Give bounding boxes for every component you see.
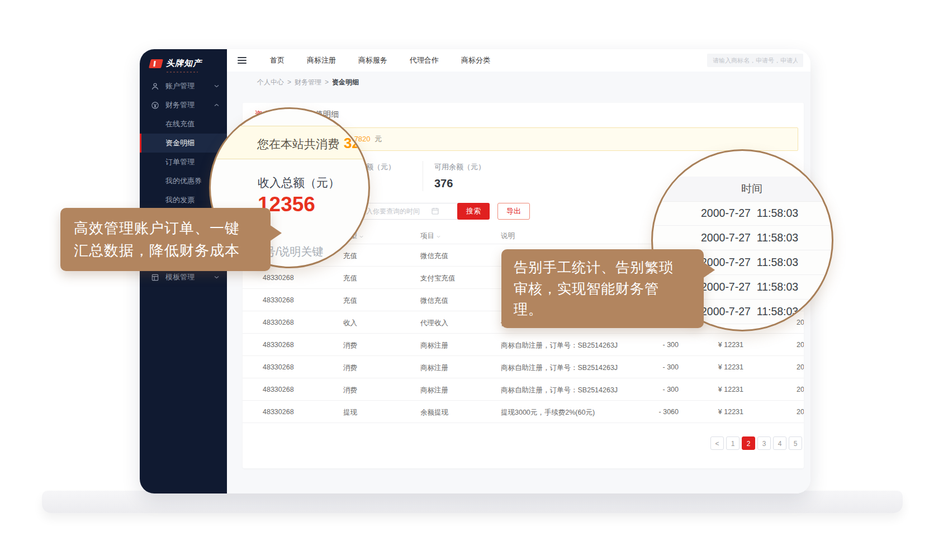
- pagination-page-4[interactable]: 4: [773, 436, 786, 450]
- nav-item-trademark-register[interactable]: 商标注册: [307, 55, 336, 65]
- sort-caret-icon: [437, 235, 440, 238]
- top-navbar: 首页 商标注册 商标服务 代理合作 商标分类: [227, 49, 810, 72]
- callout-left-text: 高效管理账户订单、一键汇总数据，降低财务成本: [74, 217, 248, 262]
- sidebar-item-label: 订单管理: [165, 158, 195, 166]
- chevron-down-icon: [214, 276, 219, 279]
- col-header-desc: 说明: [501, 231, 515, 241]
- table-row[interactable]: 48330268消费商标注册商标自助注册，订单号：SB2514263J- 300…: [243, 378, 804, 401]
- lens-banner-prefix: 您在本站共消费: [257, 137, 339, 150]
- nav-item-trademark-category[interactable]: 商标分类: [461, 55, 490, 65]
- sidebar-item-label: 我的优惠券: [165, 177, 202, 185]
- sidebar-item-label: 我的发票: [165, 196, 195, 204]
- sidebar-item-funds-detail[interactable]: 资金明细: [140, 134, 227, 153]
- pagination-page-3[interactable]: 3: [757, 436, 771, 450]
- col-header-project[interactable]: 项目: [420, 231, 440, 241]
- chevron-up-icon: [214, 103, 219, 107]
- pagination-page-5[interactable]: 5: [789, 436, 802, 450]
- trademark-search-input[interactable]: [707, 54, 803, 67]
- pagination-prev-button[interactable]: <: [710, 436, 724, 450]
- banner-amount: 7820: [354, 135, 371, 143]
- breadcrumb-current: 资金明细: [332, 78, 359, 86]
- sidebar: 头牌知产 账户管理 财务管理 在线充值 资金明细: [140, 49, 227, 493]
- table-row[interactable]: 48330268消费商标注册商标自助注册，订单号：SB2514263J- 300…: [243, 334, 804, 356]
- callout-left: 高效管理账户订单、一键汇总数据，降低财务成本: [60, 208, 271, 271]
- template-icon: [151, 273, 159, 282]
- export-button[interactable]: 导出: [497, 203, 530, 220]
- finance-icon: [151, 101, 159, 110]
- sidebar-item-finance[interactable]: 财务管理: [140, 96, 227, 115]
- nav-item-agent-cooperation[interactable]: 代理合作: [410, 55, 439, 65]
- sidebar-item-label: 资金明细: [165, 139, 195, 147]
- logo-icon: [149, 59, 163, 68]
- hamburger-menu-icon[interactable]: [238, 57, 247, 64]
- laptop-base: [42, 491, 903, 513]
- date-query-input[interactable]: [353, 203, 465, 220]
- sidebar-item-label: 在线充值: [165, 120, 195, 128]
- breadcrumb-level1[interactable]: 个人中心: [257, 78, 284, 86]
- chevron-down-icon: [214, 84, 219, 88]
- top-nav-menu: 首页 商标注册 商标服务 代理合作 商标分类: [270, 55, 490, 65]
- table-row[interactable]: 48330268消费商标注册商标自助注册，订单号：SB2514263J- 300…: [243, 356, 804, 378]
- lens-time-row: 2000-7-27 11:58:03: [653, 201, 832, 226]
- breadcrumb: 个人中心>财务管理>资金明细: [227, 72, 810, 93]
- sidebar-item-label: 模板管理: [165, 272, 195, 282]
- sidebar-item-label: 财务管理: [165, 100, 195, 110]
- sidebar-item-recharge[interactable]: 在线充值: [140, 115, 227, 134]
- sidebar-item-account[interactable]: 账户管理: [140, 77, 227, 96]
- sidebar-item-label: 账户管理: [165, 81, 195, 91]
- logo-subtext: [167, 72, 198, 73]
- search-button[interactable]: 搜索: [457, 203, 490, 220]
- lens-time-row: 2000-7-27 11:58:03: [653, 226, 832, 250]
- sort-caret-icon: [359, 235, 363, 238]
- calendar-icon[interactable]: [432, 207, 439, 215]
- breadcrumb-level2[interactable]: 财务管理: [295, 78, 321, 86]
- logo-text: 头牌知产: [166, 58, 202, 69]
- pagination-page-1[interactable]: 1: [726, 436, 740, 450]
- lens-banner-fragment: 您在本站共消费32124: [209, 126, 370, 159]
- page: 头牌知产 账户管理 财务管理 在线充值 资金明细: [0, 0, 948, 560]
- logo: 头牌知产: [140, 49, 227, 77]
- callout-right: 告别手工统计、告别繁琐审核，实现智能财务管理。: [501, 249, 704, 328]
- banner-unit: 元: [375, 135, 382, 143]
- pagination: < 1 2 3 4 5: [710, 436, 804, 450]
- user-icon: [151, 82, 159, 91]
- nav-item-home[interactable]: 首页: [270, 55, 285, 65]
- lens-stat-label: 收入总额（元）: [258, 175, 340, 191]
- table-row[interactable]: 48330268提现余额提现提现3000元，手续费2%(60元)- 3060¥ …: [243, 401, 804, 423]
- nav-item-trademark-services[interactable]: 商标服务: [358, 55, 387, 65]
- lens-time-header: 时间: [653, 177, 832, 202]
- callout-right-text: 告别手工统计、告别繁琐审核，实现智能财务管理。: [514, 257, 681, 320]
- pagination-page-2[interactable]: 2: [742, 436, 755, 450]
